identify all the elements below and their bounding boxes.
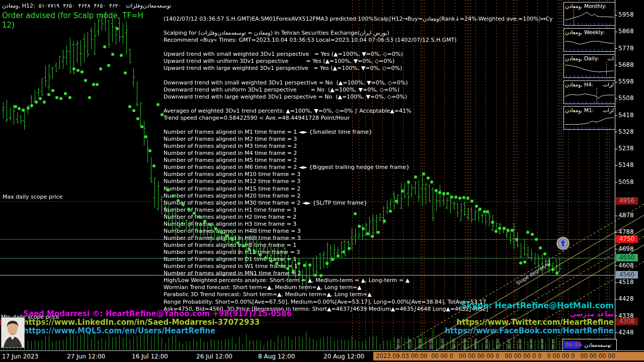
mini-panel-title-fragment: ات [607,55,614,61]
price-tick-label: 5778 [618,45,634,52]
countdown-company-label: توسعه‌معادن [584,342,611,348]
mini-panel-title: ومعادن, H4: [565,81,593,87]
price-badge: 4308 [616,318,638,325]
price-tick-label: 4518 [618,279,634,286]
price-tick [615,316,617,316]
mini-sparkline [565,10,614,25]
price-tick-label: 4248 [618,329,634,336]
time-tick-label: 17 Jun 2023 [2,353,38,360]
price-tick [615,332,617,333]
time-tick-label: 26 Jul 12:00 [196,353,232,360]
price-tick [615,249,617,249]
mini-sparkline [565,36,614,51]
mini-chart-panel-5[interactable]: ومعادن, M1:لزات [564,106,615,130]
price-tick [615,99,617,99]
price-tick-label: 5418 [618,112,634,119]
contact-line: Saed Modarresi ©: HeartRefine@Yahoo.com … [23,310,292,318]
scroll-to-arrow-marker[interactable] [556,237,570,250]
mt4-chart-window: { "window": { "symbol_line": "ومعادن, H1… [0,0,644,362]
price-tick-label: 5598 [618,78,634,85]
contact-info-left: Saed Modarresi ©: HeartRefine@Yahoo.com … [23,310,292,335]
person-portrait-icon [2,318,24,347]
price-tick [615,232,617,233]
price-tick [615,149,617,149]
price-tick [615,15,617,16]
mini-sparkline [565,62,614,77]
price-tick-label: 5328 [618,128,634,135]
price-tick [615,115,617,116]
price-tick-label: 4428 [618,295,634,302]
contact-line: https://www.LinkedIn.com/in/Saed-Modarre… [23,318,292,327]
mini-panel-title: ومعادن, Monthly: [565,3,607,9]
price-tick-label: 5958 [618,11,634,18]
author-photo [1,317,25,348]
contact-line: https://www.FaceBook.com/HeartRefine [445,327,614,335]
mini-panel-title: ومعادن, Daily: [565,55,599,61]
mini-panel-title-fragment: لزات [603,107,614,113]
price-tick [615,265,617,266]
price-tick-label: 5058 [618,178,634,186]
price-tick-label: 5688 [618,61,634,68]
price-badge: 4650 [616,254,638,261]
mini-chart-panel-4[interactable]: ومعادن, H4:لزات [564,80,615,104]
price-tick [615,82,617,82]
time-tick-label: 20 Aug 12:00 [324,353,364,360]
mini-chart-panel-3[interactable]: ومعادن, Daily:ات [564,54,615,78]
countdown-badge: 06:45 [564,341,583,349]
price-tick-label: 5238 [618,145,634,152]
price-badge: 4560 [616,271,638,279]
price-tick-label: 4698 [618,245,634,252]
time-tick-label: 8 Aug 12:00 [258,353,295,360]
mini-panel-title: ومعادن, M1: [565,107,594,113]
price-tick [615,32,617,32]
mini-chart-panel-1[interactable]: ومعادن, Monthly: [564,2,615,26]
next-bar-countdown-box: 06:45 توسعه‌معادن [562,339,617,351]
price-tick [615,299,617,300]
mini-sparkline [565,114,614,129]
contact-line: Skype: HeartRefine@HotMail.com [445,301,614,310]
time-axis[interactable]: 17 Jun 202327 Jun 12:0016 Jul 12:0026 Ju… [0,350,644,362]
contact-line: ساعد مدرسی [445,310,614,318]
price-tick [615,182,617,183]
price-tick-label: 4878 [618,212,634,219]
price-tick [615,216,617,216]
price-badge: 4750 [616,235,638,243]
price-tick [615,132,617,132]
mini-panel-title-fragment: لزات [603,81,614,87]
price-tick-label: 5868 [618,28,634,35]
price-tick-label: 4608 [618,262,634,269]
contact-line: https://www.Twitter.com/HeartRefine [445,318,614,327]
blue-up-arrow-icon [556,237,570,250]
price-axis[interactable]: 5958586857785688559855085418532852385148… [615,0,644,351]
time-tick-label: 27 Jun 12:00 [67,353,105,360]
price-badge: 4956 [616,197,638,205]
price-tick-label: 4788 [618,228,634,235]
mini-panel-title: ومعادن, Weekly: [565,29,605,35]
price-tick [615,48,617,49]
price-tick [615,165,617,166]
time-tick-label: 16 Jul 12:00 [132,353,168,360]
price-tick-label: 5148 [618,161,634,168]
contact-info-right: Skype: HeartRefine@HotMail.comساعد مدرسی… [445,301,614,335]
contact-line: https://www.MQL5.com/en/Users/HeartRefin… [23,327,292,335]
mini-chart-panel-2[interactable]: ومعادن, Weekly: [564,28,615,52]
mini-sparkline [565,88,614,103]
selected-period-band: 2023.09.03 00:00 00 00 0 00 00 00 00 0 0… [373,352,644,360]
price-tick-label: 5508 [618,95,634,102]
price-tick [615,65,617,65]
price-tick [615,283,617,283]
